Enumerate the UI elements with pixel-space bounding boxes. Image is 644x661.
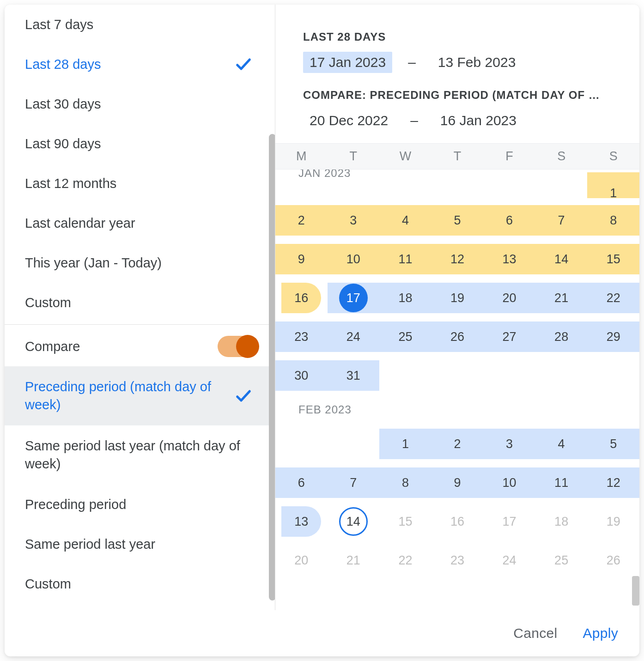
- day-cell[interactable]: 17: [483, 506, 535, 537]
- compare-toggle-row: Compare: [5, 327, 275, 366]
- preset-last-30-days[interactable]: Last 30 days: [5, 84, 275, 124]
- left-scrollbar[interactable]: [269, 134, 275, 600]
- day-cell[interactable]: 12: [431, 244, 484, 274]
- day-cell[interactable]: 25: [535, 545, 588, 576]
- compare-preset-same-period-last-year[interactable]: Same period last year: [5, 524, 275, 564]
- day-cell[interactable]: 19: [587, 506, 639, 537]
- weekday-thu: T: [431, 149, 484, 164]
- day-cell[interactable]: 9: [275, 244, 328, 274]
- calendar-week: 1: [275, 182, 639, 200]
- day-cell[interactable]: 23: [275, 321, 328, 352]
- weekday-tue: T: [328, 149, 380, 164]
- range-header: LAST 28 DAYS 17 Jan 2023 – 13 Feb 2023 C…: [275, 5, 639, 143]
- preset-last-7-days[interactable]: Last 7 days: [5, 5, 275, 44]
- calendar-scrollbar[interactable]: [632, 576, 639, 606]
- day-cell[interactable]: 21: [535, 283, 588, 313]
- day-cell[interactable]: 6: [483, 205, 535, 236]
- day-cell[interactable]: 1: [379, 429, 431, 459]
- preset-custom[interactable]: Custom: [5, 283, 275, 322]
- day-cell[interactable]: 10: [328, 244, 380, 274]
- preset-last-calendar-year[interactable]: Last calendar year: [5, 203, 275, 243]
- preset-this-year[interactable]: This year (Jan - Today): [5, 243, 275, 283]
- day-cell[interactable]: 22: [379, 545, 431, 576]
- preset-label: Custom: [25, 576, 71, 592]
- day-cell[interactable]: 7: [328, 467, 380, 498]
- day-cell[interactable]: 23: [431, 545, 484, 576]
- day-cell[interactable]: 8: [379, 467, 431, 498]
- preset-last-28-days[interactable]: Last 28 days: [5, 44, 275, 84]
- calendar-week: 6 7 8 9 10 11 12: [275, 464, 639, 501]
- day-cell[interactable]: 4: [535, 429, 588, 459]
- compare-range: 20 Dec 2022 – 16 Jan 2023: [303, 110, 620, 131]
- day-cell[interactable]: 3: [328, 205, 380, 236]
- day-cell[interactable]: 28: [535, 321, 588, 352]
- preset-label: Same period last year: [25, 537, 155, 552]
- weekday-fri: F: [483, 149, 535, 164]
- primary-range-to[interactable]: 13 Feb 2023: [431, 52, 522, 73]
- preset-label: Last 90 days: [25, 136, 101, 152]
- primary-range: 17 Jan 2023 – 13 Feb 2023: [303, 52, 620, 73]
- day-cell[interactable]: 21: [328, 545, 380, 576]
- day-cell[interactable]: 22: [587, 283, 639, 313]
- day-cell[interactable]: 3: [483, 429, 535, 459]
- day-cell[interactable]: 14: [535, 244, 588, 274]
- day-cell[interactable]: 24: [483, 545, 535, 576]
- compare-preset-custom[interactable]: Custom: [5, 564, 275, 604]
- day-cell[interactable]: 9: [431, 467, 484, 498]
- day-cell[interactable]: 31: [328, 360, 380, 391]
- divider: [5, 324, 275, 325]
- preset-label: Preceding period: [25, 497, 126, 512]
- day-cell[interactable]: 7: [535, 205, 588, 236]
- day-cell[interactable]: 5: [431, 205, 484, 236]
- day-cell[interactable]: 26: [587, 545, 639, 576]
- day-cell[interactable]: 24: [328, 321, 380, 352]
- range-separator: –: [408, 55, 416, 70]
- compare-range-from[interactable]: 20 Dec 2022: [303, 110, 395, 131]
- day-cell[interactable]: 25: [379, 321, 431, 352]
- preset-scroll[interactable]: Last 7 days Last 28 days Last 30 days La…: [5, 5, 275, 610]
- day-cell[interactable]: 18: [535, 506, 588, 537]
- day-cell[interactable]: 8: [587, 205, 639, 236]
- preset-last-12-months[interactable]: Last 12 months: [5, 164, 275, 203]
- day-cell-today[interactable]: 14: [328, 506, 380, 537]
- weekday-mon: M: [275, 149, 328, 164]
- day-cell[interactable]: 13: [483, 244, 535, 274]
- day-cell[interactable]: 30: [275, 360, 328, 391]
- day-cell[interactable]: 2: [275, 205, 328, 236]
- day-cell[interactable]: 10: [483, 467, 535, 498]
- preset-label: Custom: [25, 295, 71, 310]
- day-cell-range-start[interactable]: 17: [328, 283, 380, 313]
- calendar-scroll[interactable]: JAN 2023 1 2 3 4 5: [275, 170, 639, 610]
- compare-preset-preceding-period-dow[interactable]: Preceding period (match day of week): [5, 366, 275, 425]
- preset-label: Preceding period (match day of week): [25, 378, 234, 414]
- day-cell[interactable]: 19: [431, 283, 484, 313]
- day-cell[interactable]: 27: [483, 321, 535, 352]
- day-cell[interactable]: 11: [379, 244, 431, 274]
- preset-last-90-days[interactable]: Last 90 days: [5, 124, 275, 164]
- day-cell[interactable]: 11: [535, 467, 588, 498]
- day-cell[interactable]: 29: [587, 321, 639, 352]
- day-cell[interactable]: 15: [379, 506, 431, 537]
- compare-preset-preceding-period[interactable]: Preceding period: [5, 485, 275, 524]
- day-cell[interactable]: 26: [431, 321, 484, 352]
- day-cell[interactable]: 20: [275, 545, 328, 576]
- calendar-week: 23 24 25 26 27 28 29: [275, 318, 639, 355]
- compare-range-to[interactable]: 16 Jan 2023: [434, 110, 523, 131]
- preset-label: This year (Jan - Today): [25, 255, 162, 271]
- day-cell[interactable]: 20: [483, 283, 535, 313]
- primary-range-from[interactable]: 17 Jan 2023: [303, 52, 392, 73]
- day-cell[interactable]: 15: [587, 244, 639, 274]
- day-cell[interactable]: 4: [379, 205, 431, 236]
- day-cell[interactable]: 16: [431, 506, 484, 537]
- compare-preset-same-period-last-year-dow[interactable]: Same period last year (match day of week…: [5, 425, 275, 485]
- day-cell[interactable]: 18: [379, 283, 431, 313]
- cancel-button[interactable]: Cancel: [513, 625, 557, 641]
- day-cell[interactable]: 1: [587, 184, 639, 202]
- calendar-week: 16 17 18 19 20 21 22: [275, 279, 639, 316]
- compare-toggle[interactable]: [218, 336, 257, 357]
- day-cell[interactable]: 6: [275, 467, 328, 498]
- day-cell[interactable]: 2: [431, 429, 484, 459]
- apply-button[interactable]: Apply: [583, 625, 618, 641]
- day-cell[interactable]: 12: [587, 467, 639, 498]
- day-cell[interactable]: 5: [587, 429, 639, 459]
